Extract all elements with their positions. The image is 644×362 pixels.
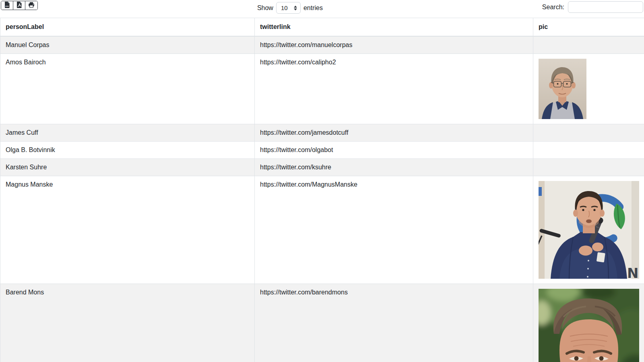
person-name-cell: James Cuff <box>0 124 255 142</box>
entries-label: entries <box>303 4 323 12</box>
column-header-twitterlink[interactable]: twitterlink <box>255 18 533 37</box>
column-header-pic[interactable]: pic <box>533 18 644 37</box>
length-select-wrap: 10 <box>276 2 301 14</box>
person-name-cell: Barend Mons <box>0 284 255 362</box>
csv-file-icon: csv <box>4 2 10 9</box>
pic-cell-empty <box>533 142 644 159</box>
pic-cell-empty <box>533 159 644 176</box>
person-name-cell: Amos Bairoch <box>0 54 255 124</box>
table-toolbar: csv <box>0 0 644 12</box>
table-row: Manuel Corpas https://twitter.com/manuel… <box>0 36 644 54</box>
twitter-link-cell: https://twitter.com/manuelcorpas <box>255 36 533 54</box>
person-name-cell: Magnus Manske <box>0 176 255 284</box>
twitter-link-cell: https://twitter.com/jamesdotcuff <box>255 124 533 142</box>
table-row: James Cuff https://twitter.com/jamesdotc… <box>0 124 644 142</box>
person-name-cell: Olga B. Botvinnik <box>0 142 255 159</box>
table-header-row: personLabel twitterlink pic <box>0 18 644 37</box>
twitter-link-cell: https://twitter.com/ksuhre <box>255 159 533 176</box>
page-length-control: Show 10 entries <box>257 2 323 14</box>
print-button[interactable] <box>25 1 37 10</box>
export-button-group: csv <box>1 1 38 10</box>
table-row: Karsten Suhre https://twitter.com/ksuhre <box>0 159 644 176</box>
csv-export-button[interactable]: csv <box>1 1 13 10</box>
portrait-amos-bairoch <box>539 59 586 119</box>
pic-cell: N <box>533 176 644 284</box>
pdf-file-icon <box>17 2 22 9</box>
pic-cell <box>533 284 644 362</box>
table-row: Magnus Manske https://twitter.com/Magnus… <box>0 176 644 284</box>
table-row: Olga B. Botvinnik https://twitter.com/ol… <box>0 142 644 159</box>
column-header-personlabel[interactable]: personLabel <box>0 18 255 37</box>
twitter-link-cell: https://twitter.com/barendmons <box>255 284 533 362</box>
twitter-link-cell: https://twitter.com/olgabot <box>255 142 533 159</box>
svg-text:csv: csv <box>5 5 8 7</box>
person-name-cell: Karsten Suhre <box>0 159 255 176</box>
search-label: Search: <box>542 4 564 11</box>
pic-cell-empty <box>533 124 644 142</box>
search-control: Search: <box>542 1 643 13</box>
search-input[interactable] <box>568 1 643 13</box>
table-row: Amos Bairoch https://twitter.com/calipho… <box>0 54 644 124</box>
portrait-barend-mons <box>539 289 639 362</box>
printer-icon <box>28 2 35 9</box>
twitter-link-cell: https://twitter.com/MagnusManske <box>255 176 533 284</box>
length-select[interactable]: 10 <box>276 2 301 14</box>
pdf-export-button[interactable] <box>13 1 25 10</box>
show-label: Show <box>257 4 273 12</box>
twitter-link-cell: https://twitter.com/calipho2 <box>255 54 533 124</box>
table-row: Barend Mons https://twitter.com/barendmo… <box>0 284 644 362</box>
svg-text:N: N <box>627 265 638 279</box>
portrait-magnus-manske: N <box>539 181 639 279</box>
person-name-cell: Manuel Corpas <box>0 36 255 54</box>
pic-cell <box>533 54 644 124</box>
results-table: personLabel twitterlink pic Manuel Corpa… <box>0 18 644 362</box>
pic-cell-empty <box>533 36 644 54</box>
